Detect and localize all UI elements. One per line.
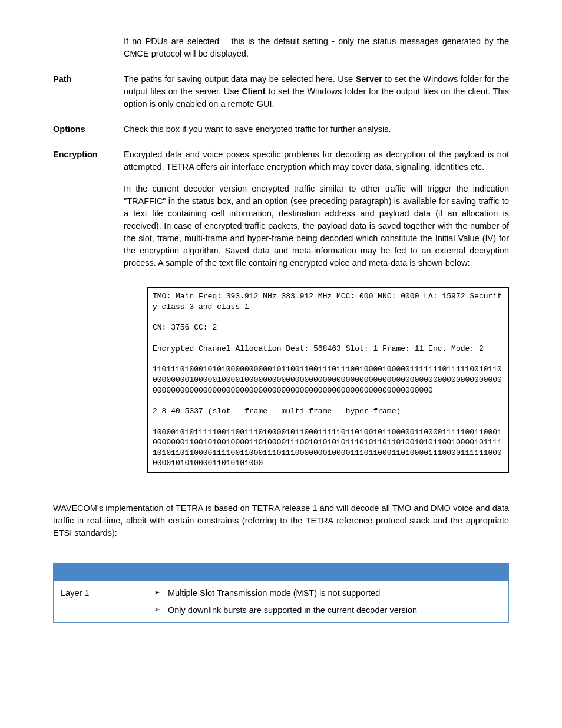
constraints-list: Multiple Slot Transmission mode (MST) is… — [137, 587, 501, 617]
code-line: 1000010101111100110011101000010110001111… — [153, 427, 504, 469]
definition-list: PathThe paths for saving output data may… — [53, 73, 509, 269]
bold-text: Server — [356, 74, 382, 84]
table-row: Layer 1Multiple Slot Transmission mode (… — [54, 581, 509, 622]
constraints-cell: Multiple Slot Transmission mode (MST) is… — [130, 581, 509, 622]
definition-paragraph: The paths for saving output data may be … — [124, 73, 509, 110]
code-line: CN: 3756 CC: 2 — [153, 322, 504, 333]
constraints-table: Layer 1Multiple Slot Transmission mode (… — [53, 563, 509, 623]
code-line: 2 8 40 5337 (slot – frame – multi-frame … — [153, 406, 504, 417]
code-sample-box: TMO: Main Freq: 393.912 MHz 383.912 MHz … — [147, 287, 509, 473]
definition-body: The paths for saving output data may be … — [124, 73, 509, 110]
definition-row: PathThe paths for saving output data may… — [53, 73, 509, 110]
summary-paragraph: WAVECOM's implementation of TETRA is bas… — [53, 502, 509, 539]
definition-paragraph: Encrypted data and voice poses specific … — [124, 149, 509, 173]
definition-body: Check this box if you want to save encry… — [124, 123, 509, 136]
layer-cell: Layer 1 — [54, 581, 130, 622]
definition-row: EncryptionEncrypted data and voice poses… — [53, 149, 509, 269]
code-line: TMO: Main Freq: 393.912 MHz 383.912 MHz … — [153, 291, 504, 312]
definition-row: OptionsCheck this box if you want to sav… — [53, 123, 509, 136]
definition-paragraph: In the current decoder version encrypted… — [124, 183, 509, 269]
definition-term: Path — [53, 73, 124, 85]
intro-paragraph: If no PDUs are selected – this is the de… — [124, 35, 509, 60]
definition-term: Encryption — [53, 149, 124, 161]
definition-paragraph: Check this box if you want to save encry… — [124, 123, 509, 136]
definition-term: Options — [53, 123, 124, 136]
code-line: 1101110100010101000000000010110011001110… — [153, 364, 504, 396]
list-item: Only downlink bursts are supported in th… — [154, 604, 501, 617]
table-header-desc — [130, 563, 509, 581]
list-item: Multiple Slot Transmission mode (MST) is… — [154, 587, 501, 599]
table-header-layer — [54, 563, 130, 581]
definition-body: Encrypted data and voice poses specific … — [124, 149, 509, 269]
code-line: Encrypted Channel Allocation Dest: 56846… — [153, 344, 504, 354]
bold-text: Client — [242, 87, 265, 96]
constraints-tbody: Layer 1Multiple Slot Transmission mode (… — [54, 581, 509, 622]
